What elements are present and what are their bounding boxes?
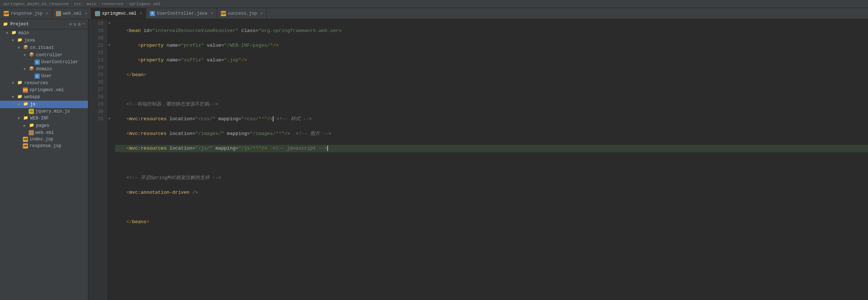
line-num-21: 21 bbox=[88, 42, 103, 49]
breadcrumb: springmvc_day02_01_response › src › main… bbox=[0, 0, 868, 8]
tab-close-success-jsp[interactable]: × bbox=[260, 11, 263, 16]
folder-pages-icon: 📁 bbox=[29, 123, 35, 129]
tab-icon-success-jsp: JSP bbox=[221, 11, 226, 16]
code-line-29: <mvc:annotation-driven /> bbox=[115, 189, 868, 196]
tree-item-js[interactable]: ▼ 📁 js bbox=[0, 101, 88, 108]
package-domain-icon: 📦 bbox=[29, 66, 35, 72]
tab-bar: JSP response.jsp × 🌐 web.xml × 🌐 springm… bbox=[0, 8, 868, 19]
sidebar-collapse-icon[interactable]: − bbox=[82, 21, 85, 27]
tree-item-springmvc-xml[interactable]: XML springmvc.xml bbox=[0, 87, 88, 93]
code-line-26: <mvc:resources location="/js/" mapping="… bbox=[115, 145, 868, 152]
fold-31: ▼ bbox=[107, 115, 112, 123]
fold-28 bbox=[107, 93, 112, 101]
breadcrumb-project: springmvc_day02_01_response bbox=[3, 2, 68, 6]
tree-item-resources[interactable]: ▼ 📁 resources bbox=[0, 79, 88, 87]
java-user-icon: C bbox=[35, 74, 40, 79]
sidebar-expand-icon[interactable]: ⇅ bbox=[74, 21, 77, 27]
code-line-20: <property name="suffix" value=".jsp"/> bbox=[115, 57, 868, 64]
tree-item-domain[interactable]: ▼ 📦 domain bbox=[0, 65, 88, 73]
sidebar-scope-icon[interactable]: ⊙ bbox=[69, 21, 72, 27]
tab-label-success-jsp: success.jsp bbox=[228, 11, 257, 16]
code-line-30 bbox=[115, 204, 868, 211]
breadcrumb-file: springmvc.xml bbox=[129, 2, 160, 6]
jsp-index-icon: JSP bbox=[23, 137, 28, 142]
line-numbers: 18 19 20 21 22 23 24 25 26 27 28 29 30 3… bbox=[88, 19, 107, 300]
fold-30 bbox=[107, 108, 112, 115]
fold-20 bbox=[107, 35, 112, 42]
tab-close-springmvc-xml[interactable]: × bbox=[140, 11, 142, 16]
folder-main-icon: 📁 bbox=[11, 30, 17, 36]
line-num-28: 28 bbox=[88, 93, 103, 101]
editor-area[interactable]: 18 19 20 21 22 23 24 25 26 27 28 29 30 3… bbox=[88, 19, 868, 300]
tab-icon-usercontroller: C bbox=[150, 11, 155, 16]
code-line-18: <bean id="internalResourceViewResolver" … bbox=[115, 27, 868, 35]
tree-item-webapp[interactable]: ▼ 📁 webapp bbox=[0, 93, 88, 101]
line-num-19: 19 bbox=[88, 27, 103, 35]
code-line-25: <mvc:resources location="/images/" mappi… bbox=[115, 130, 868, 138]
tab-label-usercontroller: UserController.java bbox=[157, 11, 207, 16]
tree-item-usercontroller[interactable]: C UserController bbox=[0, 59, 88, 65]
tab-usercontroller-java[interactable]: C UserController.java × bbox=[146, 8, 217, 19]
line-num-26: 26 bbox=[88, 79, 103, 86]
folder-js-icon: 📁 bbox=[23, 101, 29, 107]
sidebar-title: Project bbox=[10, 22, 29, 27]
fold-26 bbox=[107, 79, 112, 86]
line-num-25: 25 bbox=[88, 71, 103, 79]
tab-response-jsp[interactable]: JSP response.jsp × bbox=[0, 8, 52, 19]
sidebar-toolbar: ⊙ ⇅ ⚙ − bbox=[69, 21, 85, 27]
breadcrumb-src: src bbox=[74, 2, 81, 6]
line-num-30: 30 bbox=[88, 108, 103, 115]
line-num-24: 24 bbox=[88, 64, 103, 71]
tree-item-main[interactable]: ▼ 📁 main bbox=[0, 29, 88, 37]
tree-item-controller[interactable]: ▼ 📦 controller bbox=[0, 51, 88, 59]
tree-item-jquery[interactable]: JS jquery.min.js bbox=[0, 108, 88, 115]
tab-success-jsp[interactable]: JSP success.jsp × bbox=[217, 8, 267, 19]
project-icon: 📁 bbox=[3, 22, 8, 26]
jsp-response-icon: JSP bbox=[23, 143, 28, 149]
tab-close-web-xml[interactable]: × bbox=[85, 11, 87, 16]
java-usercontroller-icon: C bbox=[35, 60, 40, 65]
folder-resources-icon: 📁 bbox=[17, 80, 23, 86]
line-num-20: 20 bbox=[88, 35, 103, 42]
tree-item-pages[interactable]: ► 📁 pages bbox=[0, 122, 88, 129]
sidebar: 📁 Project ⊙ ⇅ ⚙ − ▼ 📁 main ▼ 📁 java ▼ 📦 bbox=[0, 19, 88, 300]
fold-19 bbox=[107, 27, 112, 35]
tab-close-usercontroller[interactable]: × bbox=[211, 11, 213, 16]
tree-item-web-xml[interactable]: 🌐 web.xml bbox=[0, 129, 88, 136]
tree-item-response-jsp[interactable]: JSP response.jsp bbox=[0, 143, 88, 149]
xml-web-icon: 🌐 bbox=[29, 130, 34, 135]
fold-29 bbox=[107, 101, 112, 108]
tree-item-java[interactable]: ▼ 📁 java bbox=[0, 37, 88, 44]
line-num-27: 27 bbox=[88, 86, 103, 93]
fold-18: ▼ bbox=[107, 20, 112, 27]
fold-24 bbox=[107, 64, 112, 71]
fold-27 bbox=[107, 86, 112, 93]
tab-close-response-jsp[interactable]: × bbox=[46, 11, 48, 16]
tree-item-user[interactable]: C User bbox=[0, 73, 88, 79]
fold-gutter: ▼ ▼ ▼ bbox=[107, 19, 112, 300]
folder-java-icon: 📁 bbox=[17, 38, 23, 43]
fold-25 bbox=[107, 71, 112, 79]
line-num-23: 23 bbox=[88, 57, 103, 64]
fold-23 bbox=[107, 57, 112, 64]
breadcrumb-main: main bbox=[87, 2, 96, 6]
tab-icon-web-xml: 🌐 bbox=[56, 11, 61, 16]
breadcrumb-resources: resources bbox=[102, 2, 123, 6]
tree-item-webinf[interactable]: ▼ 📁 WEB-INF bbox=[0, 115, 88, 122]
tree-item-index-jsp[interactable]: JSP index.jsp bbox=[0, 136, 88, 143]
code-line-23: <!--前端控制器，哪些静态资源不拦截--> bbox=[115, 101, 868, 108]
code-line-24: <mvc:resources location="/css/" mapping=… bbox=[115, 115, 868, 123]
package-controller-icon: 📦 bbox=[29, 52, 35, 58]
folder-webapp-icon: 📁 bbox=[17, 94, 23, 100]
folder-webinf-icon: 📁 bbox=[23, 115, 29, 121]
tab-springmvc-xml[interactable]: 🌐 springmvc.xml × bbox=[91, 8, 146, 19]
sidebar-gear-icon[interactable]: ⚙ bbox=[78, 21, 81, 27]
tab-label-web-xml: web.xml bbox=[63, 11, 81, 16]
xml-springmvc-icon: XML bbox=[23, 88, 28, 93]
sidebar-header: 📁 Project ⊙ ⇅ ⚙ − bbox=[0, 19, 88, 29]
fold-21: ▼ bbox=[107, 42, 112, 49]
tree-item-cn-itcast[interactable]: ▼ 📦 cn.itcast bbox=[0, 44, 88, 51]
js-jquery-icon: JS bbox=[29, 109, 34, 114]
tab-web-xml[interactable]: 🌐 web.xml × bbox=[52, 8, 91, 19]
code-lines[interactable]: <bean id="internalResourceViewResolver" … bbox=[112, 19, 868, 300]
